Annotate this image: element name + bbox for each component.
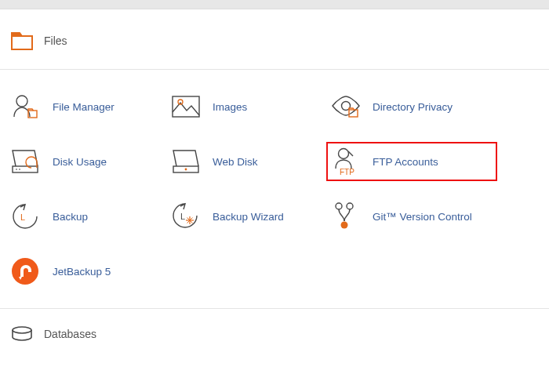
- svg-text:FTP: FTP: [340, 168, 354, 176]
- folder-icon: [11, 31, 33, 50]
- tools-grid: File Manager Images Directory Privacy: [0, 70, 502, 308]
- svg-point-27: [13, 327, 31, 333]
- top-bar: [0, 0, 549, 9]
- ftp-accounts-icon: FTP: [331, 147, 362, 176]
- svg-point-22: [336, 203, 342, 209]
- svg-rect-1: [12, 33, 20, 36]
- file-manager-icon: [11, 92, 42, 122]
- svg-point-24: [341, 222, 348, 229]
- tool-label: Directory Privacy: [373, 101, 453, 113]
- tool-label: Disk Usage: [53, 156, 107, 168]
- tool-label: Git™ Version Control: [373, 211, 472, 223]
- database-icon: [11, 326, 33, 342]
- tool-jetbackup5[interactable]: JetBackup 5: [11, 256, 171, 286]
- section-title: Files: [44, 34, 67, 47]
- section-header-databases: Databases: [0, 309, 549, 342]
- backup-wizard-icon: L: [171, 201, 202, 231]
- git-icon: [331, 201, 362, 231]
- disk-usage-icon: [11, 147, 42, 176]
- svg-point-23: [347, 203, 353, 209]
- tool-backup[interactable]: L Backup: [11, 201, 171, 231]
- tool-images[interactable]: Images: [171, 92, 331, 122]
- tool-file-manager[interactable]: File Manager: [11, 92, 171, 122]
- tool-disk-usage[interactable]: Disk Usage: [11, 147, 171, 176]
- tool-web-disk[interactable]: Web Disk: [171, 147, 331, 176]
- svg-text:L: L: [180, 212, 185, 221]
- tool-git-version-control[interactable]: Git™ Version Control: [331, 201, 491, 231]
- section-header-files: Files: [0, 9, 549, 69]
- svg-point-12: [185, 169, 187, 171]
- jetbackup-icon: [11, 256, 42, 286]
- backup-icon: L: [11, 201, 42, 231]
- images-icon: [171, 92, 202, 122]
- tool-label: Images: [213, 101, 247, 113]
- tool-backup-wizard[interactable]: L Backup Wizard: [171, 201, 331, 231]
- tool-label: JetBackup 5: [53, 266, 111, 278]
- tool-label: Backup: [53, 211, 88, 223]
- tool-label: Web Disk: [213, 156, 258, 168]
- svg-text:L: L: [20, 212, 25, 222]
- section-title: Databases: [44, 328, 96, 340]
- tool-label: Backup Wizard: [213, 211, 284, 223]
- tool-ftp-accounts[interactable]: FTP FTP Accounts: [326, 142, 497, 181]
- tool-label: FTP Accounts: [373, 156, 438, 168]
- svg-rect-0: [12, 36, 32, 49]
- svg-point-2: [16, 96, 27, 107]
- svg-point-25: [12, 258, 38, 285]
- svg-point-13: [339, 149, 349, 159]
- tool-label: File Manager: [53, 101, 115, 113]
- directory-privacy-icon: [331, 92, 362, 122]
- web-disk-icon: [171, 147, 202, 176]
- tool-directory-privacy[interactable]: Directory Privacy: [331, 92, 491, 122]
